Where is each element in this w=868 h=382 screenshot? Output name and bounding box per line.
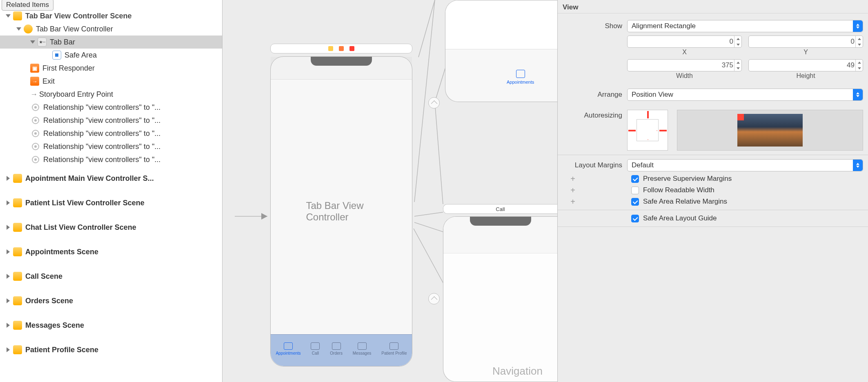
exit-node[interactable]: → Exit [0,75,222,88]
scene-icon [13,296,22,305]
scene-title-bar[interactable] [270,44,412,53]
autoresizing-control[interactable] [627,110,668,151]
calendar-icon [516,70,525,78]
main-phone-preview[interactable]: Tab Bar View Controller Appointments Cal… [270,56,412,366]
relationship-node[interactable]: Relationship "view controllers" to "... [0,101,222,114]
dot-icon [328,46,333,51]
viewcontroller-icon [24,24,33,33]
related-items-button[interactable]: Related Items [2,0,53,11]
layout-margins-label: Layout Margins [563,161,622,169]
tab-orders[interactable]: Orders [330,342,343,355]
y-input[interactable]: 0 [748,36,863,48]
width-sublabel: Width [627,72,742,80]
show-label: Show [563,22,622,30]
appointments-tab-item: Appointments [507,70,534,84]
dot-icon [349,46,354,51]
width-input[interactable]: 375 [627,59,742,71]
controller-label: Tab Bar View Controller [306,200,377,223]
svg-marker-1 [261,213,267,220]
scene-icon [13,11,22,20]
document-outline: Related Items Tab Bar View Controller Sc… [0,0,223,382]
relationship-node[interactable]: Relationship "view controllers" to "... [0,127,222,140]
arrow-right-icon: → [30,90,39,99]
appointments-preview[interactable]: Appointments [445,0,557,102]
scene-node[interactable]: Patient List View Controller Scene [0,196,222,209]
preserve-superview-checkbox[interactable] [631,175,639,183]
entry-point-node[interactable]: → Storyboard Entry Point [0,88,222,101]
relationship-node[interactable]: Relationship "view controllers" to "... [0,153,222,166]
size-inspector: View Show Alignment Rectangle 0 X 0 Y 37… [557,0,868,382]
scene-icon [13,247,22,256]
scene-root[interactable]: Tab Bar View Controller Scene [0,9,222,22]
show-select[interactable]: Alignment Rectangle [627,20,863,32]
section-header: View [558,0,868,13]
dot-icon [339,46,344,51]
safe-area-relative-label: Safe Area Relative Margins [643,198,727,206]
svg-line-2 [414,212,443,216]
relationship-icon [32,130,39,137]
scene-icon [13,198,22,207]
scene-node[interactable]: Call Scene [0,270,222,283]
navigation-label: Navigation [492,365,543,378]
preserve-superview-label: Preserve Superview Margins [643,175,732,183]
x-input[interactable]: 0 [627,36,742,48]
segue-icon[interactable] [428,293,440,304]
scene-icon [13,223,22,232]
first-responder-node[interactable]: ▣ First Responder [0,62,222,75]
scene-icon [13,321,22,330]
scene-icon [13,345,22,354]
arrange-label: Arrange [563,91,622,99]
relationship-node[interactable]: Relationship "view controllers" to "... [0,140,222,153]
safe-area-guide-checkbox[interactable] [631,215,639,222]
height-input[interactable]: 49 [748,59,863,71]
storyboard-canvas[interactable]: Tab Bar View Controller Appointments Cal… [223,0,557,382]
exit-icon: → [30,77,39,86]
call-scene-title[interactable]: Call [443,204,557,214]
scene-icon [13,272,22,281]
relationship-icon [32,104,39,111]
add-margin-button[interactable]: + [569,175,576,182]
y-sublabel: Y [748,49,863,56]
safe-area-icon [52,51,61,60]
safe-area-relative-checkbox[interactable] [631,198,639,206]
relationship-icon [32,143,39,150]
segue-icon[interactable] [428,97,440,109]
arrange-select[interactable]: Position View [627,89,863,101]
scene-node[interactable]: Patient Profile Scene [0,343,222,356]
height-sublabel: Height [748,72,863,80]
add-margin-button[interactable]: + [569,198,576,205]
scene-icon [13,174,22,183]
tab-bar-node[interactable]: ★ ▫ ▫ Tab Bar [0,36,222,49]
follow-readable-checkbox[interactable] [631,187,639,194]
first-responder-icon: ▣ [30,64,39,73]
scene-node[interactable]: Messages Scene [0,319,222,332]
safe-area-guide-label: Safe Area Layout Guide [643,214,717,222]
scene-node[interactable]: Apointment Main View Controller S... [0,172,222,185]
view-controller-node[interactable]: Tab Bar View Controller [0,22,222,36]
svg-line-7 [435,102,443,204]
scene-node[interactable]: Orders Scene [0,294,222,307]
relationship-icon [32,117,39,124]
call-preview[interactable]: Navigation [443,216,557,382]
tab-patient-profile[interactable]: Patient Profile [381,342,407,355]
tab-call[interactable]: Call [311,342,320,355]
add-margin-button[interactable]: + [569,187,576,194]
safe-area-node[interactable]: Safe Area [0,49,222,62]
layout-margins-select[interactable]: Default [627,159,863,171]
follow-readable-label: Follow Readable Width [643,186,714,194]
tab-messages[interactable]: Messages [353,342,372,355]
scene-node[interactable]: Chat List View Controller Scene [0,221,222,234]
relationship-icon [32,156,39,163]
tabbar-icon: ★ ▫ ▫ [38,38,47,47]
autoresizing-preview [677,110,863,151]
svg-line-3 [418,0,435,57]
scene-node[interactable]: Appointments Scene [0,245,222,258]
tab-appointments[interactable]: Appointments [276,342,300,355]
tab-bar: Appointments Call Orders Messages Patien… [271,334,412,366]
relationship-node[interactable]: Relationship "view controllers" to "... [0,114,222,127]
autoresizing-label: Autoresizing [563,110,622,120]
x-sublabel: X [627,49,742,56]
